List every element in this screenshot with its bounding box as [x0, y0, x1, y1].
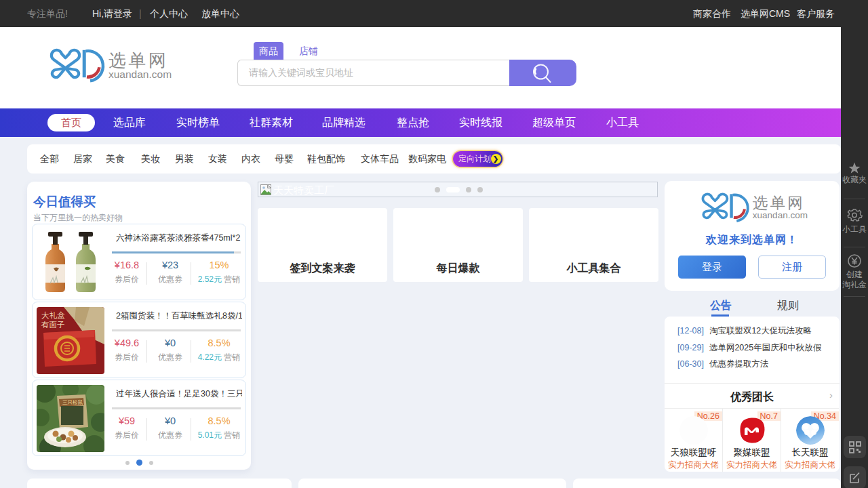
- svg-text:xuandan.com: xuandan.com: [753, 210, 808, 220]
- svg-text:选单网: 选单网: [753, 194, 805, 211]
- svg-text:三只松鼠: 三只松鼠: [62, 399, 83, 405]
- svg-text:选单网: 选单网: [108, 50, 169, 70]
- svg-text:大礼盒: 大礼盒: [41, 311, 65, 319]
- svg-text:xuandan.com: xuandan.com: [108, 68, 172, 80]
- svg-text:有面子: 有面子: [41, 321, 65, 329]
